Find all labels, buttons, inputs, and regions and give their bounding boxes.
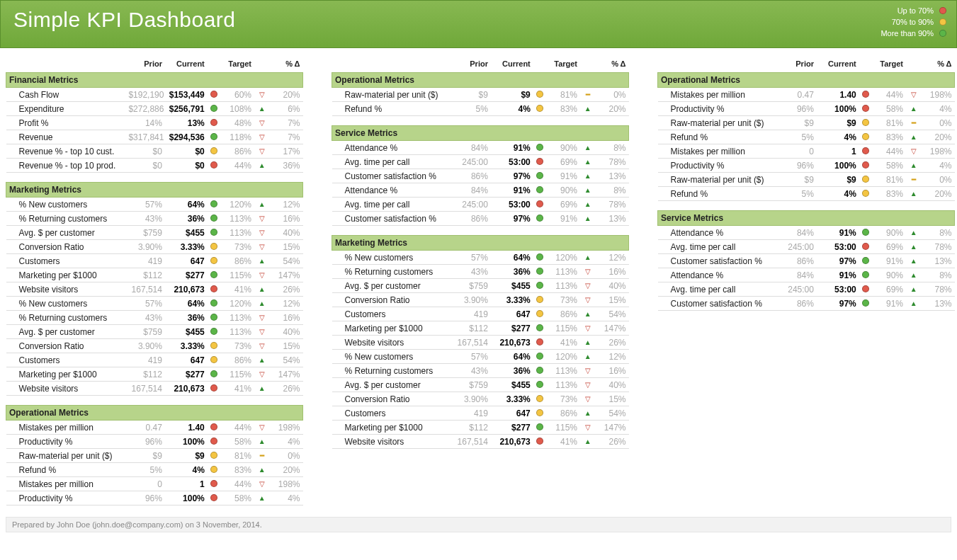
- col-delta-header: % Δ: [269, 58, 302, 73]
- metric-current: $277: [165, 268, 208, 282]
- metric-row: Productivity %96%100%58%▲4%: [658, 102, 955, 116]
- metric-trend: ▲: [254, 282, 269, 297]
- metric-trend: ▲: [906, 282, 921, 297]
- arrow-up-icon: ▲: [259, 466, 266, 474]
- yellow-dot-icon: [210, 147, 217, 154]
- green-dot-icon: [939, 30, 946, 37]
- metric-target: 115%: [221, 367, 254, 382]
- metric-prior: 5%: [777, 187, 817, 201]
- yellow-dot-icon: [210, 257, 217, 264]
- arrow-down-icon: ▽: [259, 480, 265, 488]
- metric-row: Marketing per $1000$112$277115%▽147%: [6, 268, 303, 282]
- metric-name: Avg. time per call: [658, 282, 778, 297]
- metric-status: [859, 297, 873, 311]
- yellow-dot-icon: [536, 395, 543, 402]
- col-dot-header: [859, 58, 873, 73]
- metric-delta: 147%: [595, 421, 628, 435]
- metric-status: [208, 102, 221, 116]
- status-legend: Up to 70% 70% to 90% More than 90%: [880, 5, 946, 39]
- metric-target: 48%: [221, 116, 254, 130]
- metric-trend: ▽: [254, 311, 269, 325]
- metric-trend: ▲: [906, 268, 921, 282]
- arrow-down-icon: ▽: [259, 328, 265, 336]
- arrow-up-icon: ▲: [584, 172, 591, 180]
- metric-trend: ▲: [254, 198, 269, 212]
- metric-name: Conversion Ratio: [6, 240, 126, 254]
- metric-status: [533, 406, 547, 421]
- metric-status: [208, 311, 221, 325]
- metric-trend: ▽: [254, 367, 269, 382]
- metric-status: [533, 198, 547, 212]
- metric-row: Raw-material per unit ($)$9$981%━0%: [658, 116, 955, 130]
- metric-target: 73%: [547, 392, 580, 406]
- metric-row: Expenditure$272,886$256,791108%▲6%: [6, 102, 303, 116]
- green-dot-icon: [210, 215, 217, 222]
- arrow-down-icon: ▽: [585, 296, 591, 304]
- metric-prior: 167,514: [451, 435, 491, 449]
- arrow-down-icon: ▽: [259, 147, 265, 155]
- metric-trend: ▽: [580, 279, 595, 293]
- metric-current: $277: [491, 421, 533, 435]
- metric-prior: $112: [125, 367, 165, 382]
- metric-delta: 15%: [595, 293, 628, 307]
- arrow-down-icon: ▽: [259, 215, 265, 222]
- metric-delta: 198%: [921, 88, 954, 102]
- arrow-flat-icon: ━: [912, 119, 916, 127]
- green-dot-icon: [210, 314, 217, 321]
- metric-current: $294,536: [165, 130, 208, 144]
- metric-delta: 26%: [269, 282, 302, 297]
- metric-current: $455: [165, 226, 208, 240]
- metric-target: 86%: [221, 254, 254, 268]
- red-dot-icon: [210, 161, 217, 168]
- metric-current: 91%: [817, 226, 859, 240]
- metric-status: [208, 477, 221, 491]
- col-arrow-header: [580, 58, 595, 73]
- metric-target: 83%: [873, 187, 906, 201]
- red-dot-icon: [862, 105, 869, 112]
- metric-current: 210,673: [491, 435, 533, 449]
- red-dot-icon: [210, 285, 217, 292]
- metric-status: [533, 212, 547, 226]
- metric-current: 647: [491, 406, 533, 421]
- metric-current: 4%: [165, 463, 208, 477]
- metric-delta: 20%: [921, 187, 954, 201]
- arrow-up-icon: ▲: [910, 257, 917, 265]
- green-dot-icon: [862, 299, 869, 307]
- col-delta-header: % Δ: [921, 58, 954, 73]
- metric-current: $9: [491, 88, 533, 102]
- metric-target: 90%: [873, 226, 906, 240]
- green-dot-icon: [536, 282, 543, 289]
- metric-delta: 54%: [595, 307, 628, 321]
- metric-name: Attendance %: [332, 141, 452, 155]
- yellow-dot-icon: [210, 452, 217, 459]
- metric-name: Website visitors: [6, 282, 126, 297]
- arrow-flat-icon: ━: [586, 91, 590, 98]
- metric-name: Avg. time per call: [658, 240, 778, 254]
- metric-current: 3.33%: [165, 240, 208, 254]
- metric-name: Avg. time per call: [332, 155, 452, 169]
- metric-trend: ▽: [254, 325, 269, 339]
- metric-prior: 245:00: [451, 155, 491, 169]
- metric-target: 86%: [221, 353, 254, 367]
- metric-name: Raw-material per unit ($): [658, 116, 778, 130]
- metric-trend: ▲: [254, 491, 269, 505]
- metric-trend: ▲: [580, 336, 595, 350]
- metric-trend: ▲: [906, 102, 921, 116]
- metric-row: % Returning customers43%36%113%▽16%: [6, 311, 303, 325]
- metric-name: Refund %: [658, 130, 778, 144]
- metric-row: Marketing per $1000$112$277115%▽147%: [332, 421, 629, 435]
- green-dot-icon: [210, 271, 217, 278]
- metric-row: Mistakes per million0144%▽198%: [658, 144, 955, 159]
- metric-prior: 84%: [777, 226, 817, 240]
- metric-delta: 0%: [595, 88, 628, 102]
- metric-delta: 78%: [921, 282, 954, 297]
- metric-prior: 84%: [451, 183, 491, 198]
- metric-row: Conversion Ratio3.90%3.33%73%▽15%: [332, 392, 629, 406]
- metric-target: 41%: [221, 382, 254, 396]
- arrow-up-icon: ▲: [584, 438, 591, 445]
- metric-delta: 54%: [269, 353, 302, 367]
- metric-target: 86%: [221, 144, 254, 159]
- metric-prior: 57%: [125, 198, 165, 212]
- metric-current: 13%: [165, 116, 208, 130]
- metric-delta: 13%: [595, 169, 628, 183]
